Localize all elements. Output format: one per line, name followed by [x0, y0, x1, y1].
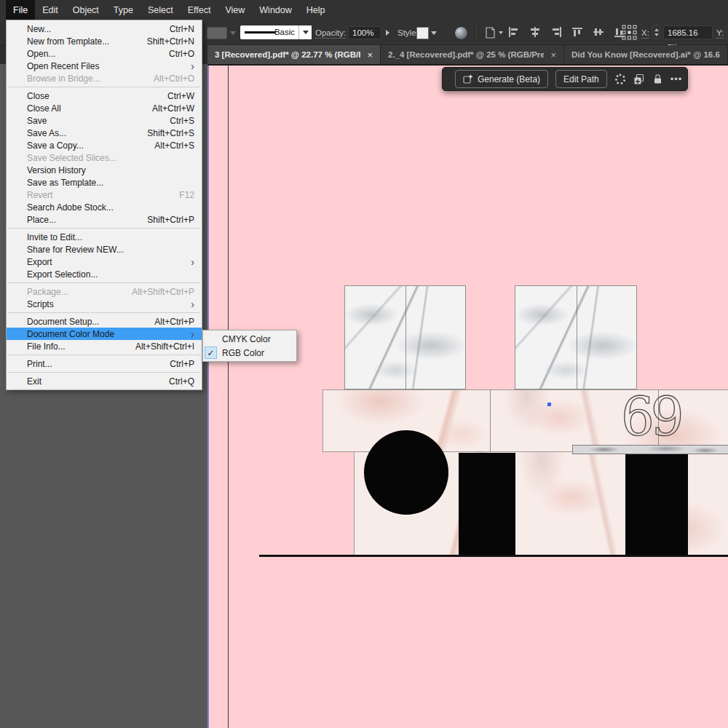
align-middle-icon[interactable] — [593, 27, 604, 37]
menu-item-label: Invite to Edit... — [27, 232, 194, 242]
menu-item-label: New... — [27, 24, 170, 34]
menu-item-view[interactable]: View — [218, 0, 252, 20]
generate-button[interactable]: Generate (Beta) — [455, 70, 548, 88]
check-icon: ✓ — [205, 347, 217, 359]
menu-shortcut: Alt+Ctrl+O — [154, 74, 194, 84]
file-menu-item-exit[interactable]: ExitCtrl+Q — [7, 375, 202, 387]
menu-item-select[interactable]: Select — [141, 0, 181, 20]
menu-item-file[interactable]: File — [6, 0, 35, 20]
duplicate-plus-icon[interactable] — [633, 71, 645, 88]
file-menu-item-open-recent-files[interactable]: Open Recent Files› — [7, 60, 202, 72]
file-menu-item-save-as[interactable]: Save As...Shift+Ctrl+S — [7, 127, 202, 139]
file-menu-item-print[interactable]: Print...Ctrl+P — [7, 357, 202, 370]
stroke-style-dropdown[interactable] — [298, 25, 312, 39]
generative-recolor-icon[interactable] — [614, 71, 626, 88]
file-menu-item-version-history[interactable]: Version History — [7, 164, 202, 176]
selected-anchor-point[interactable] — [547, 403, 551, 406]
menu-shortcut: Alt+Shift+Ctrl+I — [135, 341, 194, 352]
menu-item-type[interactable]: Type — [106, 0, 141, 20]
more-options-icon[interactable]: ••• — [670, 71, 683, 88]
chevron-right-icon[interactable] — [386, 30, 389, 36]
align-left-icon[interactable] — [508, 27, 520, 37]
menu-item-label: Close — [27, 91, 167, 101]
menu-item-label: Export Selection... — [27, 269, 194, 280]
opacity-label[interactable]: Opacity: — [315, 28, 346, 39]
file-menu-item-new-from-template[interactable]: New from Template...Shift+Ctrl+N — [7, 35, 202, 47]
menu-item-object[interactable]: Object — [66, 0, 106, 20]
align-top-icon[interactable] — [571, 27, 583, 37]
file-menu-dropdown: New...Ctrl+NNew from Template...Shift+Ct… — [6, 20, 202, 390]
artboard-edge — [228, 66, 229, 728]
document-tab-1[interactable]: 3 [Recovered].pdf* @ 22.77 % (RGB/Previe… — [207, 45, 381, 64]
marble-cabinet-left[interactable] — [344, 285, 466, 389]
edit-path-button[interactable]: Edit Path — [555, 70, 607, 88]
align-center-icon[interactable] — [529, 27, 541, 37]
chevron-down-icon[interactable] — [431, 31, 437, 35]
file-menu-item-open[interactable]: Open...Ctrl+O — [7, 47, 202, 60]
document-setup-icon[interactable] — [483, 25, 497, 40]
stroke-style-preview[interactable]: Basic — [240, 25, 298, 39]
style-swatch[interactable] — [416, 27, 429, 39]
submenu-item-rgb-color[interactable]: ✓RGB Color — [203, 346, 296, 360]
tab-close-icon[interactable]: × — [550, 50, 556, 60]
artboard-canvas[interactable]: 69 Generate (Beta) Edit Path — [207, 64, 728, 728]
menu-item-label: Save as Template... — [27, 178, 194, 188]
file-menu-item-document-color-mode[interactable]: Document Color Mode› — [7, 328, 202, 340]
marble-shelf[interactable] — [572, 445, 728, 454]
opacity-field[interactable]: 100% — [348, 26, 381, 39]
menu-separator — [8, 312, 200, 313]
stroke-style-label: Basic — [274, 28, 295, 36]
submenu-arrow-icon: › — [191, 258, 194, 266]
file-menu-item-save-a-copy[interactable]: Save a Copy...Alt+Ctrl+S — [7, 139, 202, 151]
menu-separator — [8, 282, 200, 283]
chevron-down-icon[interactable] — [499, 31, 503, 34]
black-door-right[interactable] — [625, 454, 688, 555]
file-menu-item-scripts[interactable]: Scripts› — [7, 298, 202, 310]
document-tab-3[interactable]: Did You Know [Recovered].ai* @ 16.67 % ( — [564, 45, 728, 64]
black-door-left[interactable] — [459, 453, 515, 555]
menu-item-label: Save Selected Slices... — [27, 153, 194, 163]
file-menu-item-file-info[interactable]: File Info...Alt+Shift+Ctrl+I — [7, 340, 202, 352]
file-menu-item-invite-to-edit[interactable]: Invite to Edit... — [7, 231, 202, 243]
marble-cabinet-right[interactable] — [515, 285, 637, 389]
file-menu-item-export[interactable]: Export› — [7, 256, 202, 268]
transform-grid-icon[interactable] — [622, 25, 637, 40]
fill-swatch[interactable] — [207, 27, 227, 39]
document-tab-2[interactable]: 2._4 [Recovered].pdf* @ 25 % (RGB/Previe… — [381, 45, 564, 64]
menu-shortcut: Shift+Ctrl+N — [147, 36, 194, 47]
file-menu-item-save[interactable]: SaveCtrl+S — [7, 114, 202, 127]
file-menu-item-share-for-review-new[interactable]: Share for Review NEW... — [7, 243, 202, 256]
menu-item-edit[interactable]: Edit — [35, 0, 66, 20]
file-menu-item-close-all[interactable]: Close AllAlt+Ctrl+W — [7, 102, 202, 114]
x-stepper[interactable] — [652, 25, 660, 39]
menu-item-effect[interactable]: Effect — [181, 0, 218, 20]
globe-icon[interactable] — [454, 26, 468, 40]
menu-item-window[interactable]: Window — [252, 0, 298, 20]
menu-shortcut: Ctrl+N — [170, 24, 194, 34]
file-menu-item-search-adobe-stock[interactable]: Search Adobe Stock... — [7, 201, 202, 213]
lock-icon[interactable] — [652, 71, 663, 88]
stroke-line — [245, 31, 275, 33]
file-menu-item-document-setup[interactable]: Document Setup...Alt+Ctrl+P — [7, 315, 202, 328]
menu-item-label: Revert — [27, 190, 179, 200]
menu-item-label: Scripts — [27, 299, 191, 309]
menu-item-label: Search Adobe Stock... — [27, 202, 194, 213]
black-circle[interactable] — [364, 430, 448, 515]
tab-close-icon[interactable]: × — [367, 50, 373, 60]
file-menu-item-close[interactable]: CloseCtrl+W — [7, 90, 202, 102]
menu-item-label: Browse in Bridge... — [27, 74, 154, 84]
file-menu-item-place[interactable]: Place...Shift+Ctrl+P — [7, 213, 202, 226]
menu-item-label: Open... — [27, 49, 169, 59]
submenu-item-cmyk-color[interactable]: CMYK Color — [203, 332, 296, 346]
file-menu-item-export-selection[interactable]: Export Selection... — [7, 268, 202, 280]
menu-shortcut: Shift+Ctrl+S — [147, 128, 194, 138]
number-69-outline[interactable]: 69 — [620, 387, 687, 446]
align-right-icon[interactable] — [550, 27, 562, 37]
menu-item-help[interactable]: Help — [299, 0, 333, 20]
chevron-down-icon[interactable] — [230, 31, 236, 35]
file-menu-item-new[interactable]: New...Ctrl+N — [7, 23, 202, 35]
x-field[interactable]: 1685.16 px — [663, 25, 713, 39]
file-menu-item-save-as-template[interactable]: Save as Template... — [7, 176, 202, 189]
menu-shortcut: Alt+Ctrl+S — [154, 141, 194, 151]
menu-shortcut: Ctrl+W — [167, 91, 194, 101]
